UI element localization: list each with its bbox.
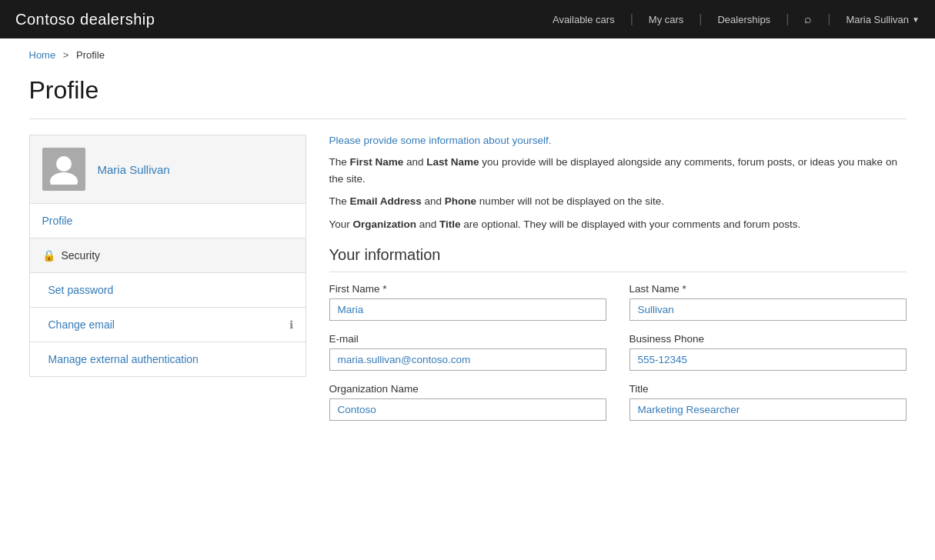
title-label: Title — [629, 383, 907, 395]
sidebar-item-security: 🔒 Security — [30, 238, 306, 273]
divider-4: | — [826, 12, 832, 26]
label-org: Organization — [353, 218, 417, 230]
title-input[interactable] — [629, 398, 907, 421]
nav-my-cars[interactable]: My cars — [635, 14, 698, 25]
profile-nav-label: Profile — [42, 215, 73, 227]
info-icon: ℹ — [289, 318, 293, 331]
desc1-rest: you provide will be displayed alongside … — [329, 156, 897, 185]
label-title: Title — [439, 218, 461, 230]
label-first-name: First Name — [350, 156, 404, 168]
breadcrumb-home[interactable]: Home — [29, 49, 56, 61]
content-layout: Maria Sullivan Profile 🔒 Security Set pa… — [29, 135, 907, 421]
label-email: Email Address — [350, 195, 422, 207]
label-last-name: Last Name — [426, 156, 479, 168]
manage-auth-label: Manage external authentication — [48, 353, 199, 365]
last-name-label: Last Name * — [629, 283, 907, 295]
page-divider — [29, 118, 907, 119]
email-label: E-mail — [329, 333, 606, 345]
first-name-input[interactable] — [329, 298, 606, 321]
sidebar-item-set-password[interactable]: Set password — [30, 273, 306, 308]
sidebar: Maria Sullivan Profile 🔒 Security Set pa… — [29, 135, 306, 377]
change-email-label: Change email — [48, 318, 115, 331]
first-name-label: First Name * — [329, 283, 606, 295]
breadcrumb: Home > Profile — [29, 38, 907, 68]
breadcrumb-separator: > — [63, 49, 69, 61]
form-group-last-name: Last Name * — [629, 283, 907, 321]
user-menu[interactable]: Maria Sullivan ▼ — [832, 14, 920, 25]
sidebar-item-profile[interactable]: Profile — [30, 204, 306, 238]
desc-org: Your Organization and Title are optional… — [329, 216, 907, 233]
lock-icon: 🔒 — [42, 249, 55, 262]
sidebar-item-manage-auth[interactable]: Manage external authentication — [30, 342, 306, 376]
user-name: Maria Sullivan — [846, 14, 909, 25]
desc-names: The First Name and Last Name you provide… — [329, 154, 907, 187]
search-icon[interactable]: ⌕ — [790, 12, 826, 26]
org-label: Organization Name — [329, 383, 606, 395]
brand: Contoso dealership — [15, 11, 155, 28]
form-group-email: E-mail — [329, 333, 606, 371]
your-info-heading: Your information — [329, 246, 907, 272]
svg-point-1 — [50, 172, 78, 185]
nav-dealerships[interactable]: Dealerships — [703, 14, 784, 25]
divider-1: | — [629, 12, 635, 26]
info-text: Please provide some information about yo… — [329, 135, 907, 146]
form-group-org: Organization Name — [329, 383, 606, 421]
nav-available-cars[interactable]: Available cars — [539, 14, 629, 25]
info-form: First Name * Last Name * E-mail Business… — [329, 283, 907, 421]
desc-contact: The Email Address and Phone number will … — [329, 193, 907, 210]
sidebar-nav: Profile 🔒 Security Set password Change e… — [29, 204, 306, 377]
org-input[interactable] — [329, 398, 606, 421]
avatar — [42, 148, 85, 191]
main-content: Please provide some information about yo… — [329, 135, 907, 421]
form-group-phone: Business Phone — [629, 333, 907, 371]
desc3-rest: are optional. They will be displayed wit… — [461, 218, 801, 230]
label-phone: Phone — [445, 195, 476, 207]
chevron-down-icon: ▼ — [912, 15, 920, 24]
divider-3: | — [784, 12, 790, 26]
page-title: Profile — [29, 68, 907, 118]
form-group-title: Title — [629, 383, 907, 421]
user-displayname[interactable]: Maria Sullivan — [98, 163, 170, 176]
email-input[interactable] — [329, 348, 606, 371]
set-password-label: Set password — [48, 284, 114, 296]
desc2-rest: number will not be displayed on the site… — [476, 195, 664, 207]
phone-input[interactable] — [629, 348, 907, 371]
security-label: Security — [62, 249, 101, 262]
nav-links: Available cars | My cars | Dealerships |… — [539, 12, 920, 26]
sidebar-item-change-email[interactable]: Change email ℹ — [30, 308, 306, 342]
phone-label: Business Phone — [629, 333, 907, 345]
navbar: Contoso dealership Available cars | My c… — [0, 0, 935, 38]
svg-point-0 — [56, 156, 72, 172]
last-name-input[interactable] — [629, 298, 907, 321]
user-card: Maria Sullivan — [29, 135, 306, 204]
form-group-first-name: First Name * — [329, 283, 606, 321]
divider-2: | — [697, 12, 703, 26]
breadcrumb-current: Profile — [76, 49, 105, 61]
